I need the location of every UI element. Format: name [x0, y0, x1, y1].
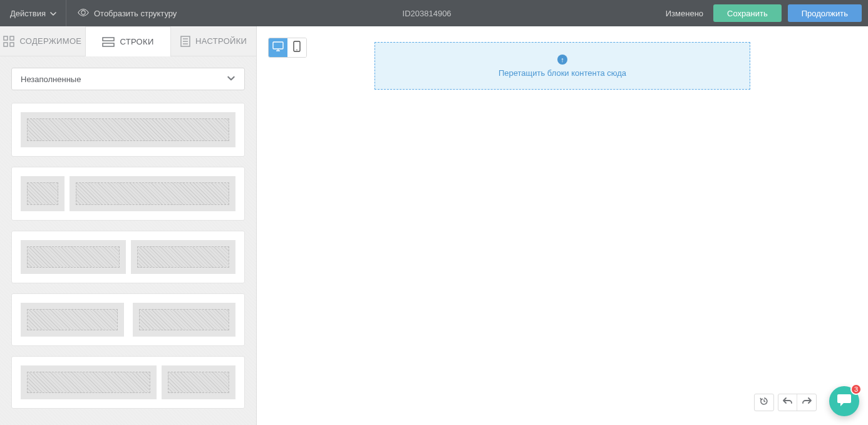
undo-button[interactable]	[778, 394, 797, 411]
svg-rect-0	[4, 36, 8, 40]
chevron-down-icon	[227, 74, 235, 85]
row-template-2col-gap[interactable]	[11, 293, 245, 346]
svg-rect-4	[103, 38, 114, 41]
actions-label: Действия	[10, 9, 46, 18]
actions-dropdown[interactable]: Действия	[0, 0, 66, 26]
svg-rect-5	[103, 43, 114, 46]
chat-icon	[836, 392, 852, 411]
tab-content[interactable]: СОДЕРЖИМОЕ	[0, 26, 85, 56]
redo-button[interactable]	[797, 394, 816, 411]
top-toolbar: Действия Отобразить структуру ID20381490…	[0, 0, 868, 26]
device-mobile-button[interactable]	[287, 38, 306, 57]
desktop-icon	[272, 41, 284, 54]
svg-rect-10	[273, 42, 283, 49]
toolbar-left: Действия Отобразить структуру	[0, 0, 188, 26]
save-button[interactable]: Сохранить	[713, 4, 782, 22]
row-filter-select[interactable]: Незаполненные	[11, 68, 245, 90]
tab-rows[interactable]: СТРОКИ	[85, 26, 172, 56]
document-id: ID203814906	[188, 9, 665, 18]
panel-tabs: СОДЕРЖИМОЕ СТРОКИ НАСТРОЙКИ	[0, 26, 256, 56]
toolbar-right: Изменено Сохранить Продолжить	[666, 4, 868, 22]
show-structure-label: Отобразить структуру	[94, 9, 177, 18]
svg-point-14	[296, 50, 297, 51]
chat-badge: 3	[850, 384, 862, 395]
row-template-narrow-wide[interactable]	[11, 167, 245, 221]
svg-rect-3	[10, 43, 14, 46]
svg-rect-1	[10, 36, 14, 40]
main-area: СОДЕРЖИМОЕ СТРОКИ НАСТРОЙКИ Незаполненны…	[0, 26, 868, 425]
tab-settings-label: НАСТРОЙКИ	[195, 36, 247, 46]
left-panel: СОДЕРЖИМОЕ СТРОКИ НАСТРОЙКИ Незаполненны…	[0, 26, 257, 425]
status-label: Изменено	[666, 9, 703, 18]
row-template-1col[interactable]	[11, 103, 245, 157]
history-icon	[759, 396, 769, 409]
rows-icon	[102, 37, 115, 47]
settings-icon	[180, 36, 190, 47]
chat-widget[interactable]: 3	[829, 386, 859, 416]
mobile-icon	[293, 41, 301, 55]
history-button[interactable]	[754, 394, 774, 411]
device-switcher	[268, 38, 307, 58]
row-template-2col-equal[interactable]	[11, 231, 245, 283]
eye-icon	[78, 9, 89, 18]
redo-icon	[802, 397, 812, 408]
undo-icon	[783, 397, 793, 408]
tab-content-label: СОДЕРЖИМОЕ	[19, 36, 81, 46]
panel-body: Незаполненные	[0, 56, 256, 425]
grid-icon	[3, 36, 14, 47]
canvas: ↑ Перетащить блоки контента сюда	[257, 26, 868, 425]
row-filter-value: Незаполненные	[21, 75, 81, 84]
svg-rect-2	[4, 43, 8, 46]
continue-button[interactable]: Продолжить	[788, 4, 862, 22]
device-desktop-button[interactable]	[269, 38, 287, 57]
chevron-down-icon	[49, 10, 56, 16]
show-structure-button[interactable]: Отобразить структуру	[66, 0, 188, 26]
content-dropzone[interactable]: ↑ Перетащить блоки контента сюда	[375, 42, 750, 90]
tab-settings[interactable]: НАСТРОЙКИ	[171, 26, 256, 56]
row-template-wide-narrow[interactable]	[11, 356, 245, 409]
tab-rows-label: СТРОКИ	[120, 37, 153, 46]
upload-arrow-icon: ↑	[557, 55, 567, 65]
dropzone-text: Перетащить блоки контента сюда	[499, 68, 626, 78]
